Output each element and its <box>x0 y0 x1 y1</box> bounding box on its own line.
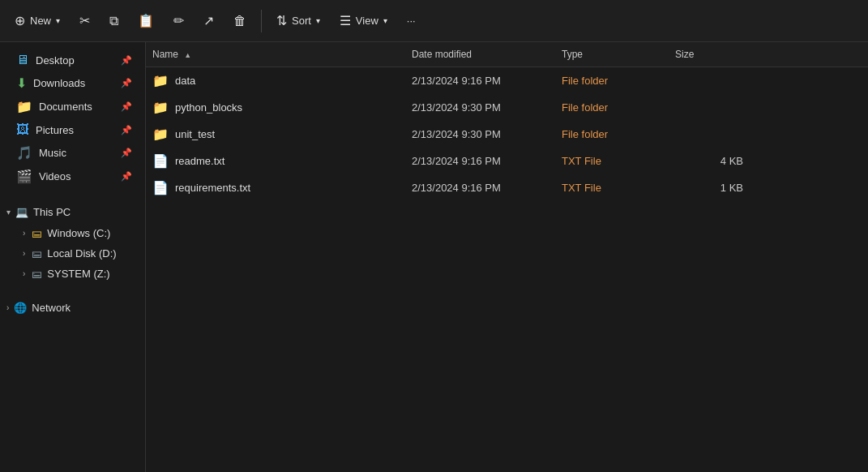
rename-button[interactable]: ✏ <box>165 8 192 33</box>
table-row[interactable]: 📁 data 2/13/2024 9:16 PM File folder <box>146 67 868 94</box>
new-label: New <box>30 15 51 27</box>
documents-icon: 📁 <box>16 99 32 114</box>
file-area: Name ▲ Date modified Type Size 📁 data <box>146 42 868 472</box>
sidebar-item-videos[interactable]: 🎬 Videos 📌 <box>3 165 142 188</box>
col-header-size[interactable]: Size <box>669 45 750 63</box>
file-name-label: requirements.txt <box>175 182 250 194</box>
table-row[interactable]: 📁 unit_test 2/13/2024 9:30 PM File folde… <box>146 121 868 148</box>
file-type-unit-test: File folder <box>555 125 669 144</box>
videos-icon: 🎬 <box>16 169 32 184</box>
table-row[interactable]: 📄 readme.txt 2/13/2024 9:16 PM TXT File … <box>146 148 868 174</box>
file-date-readme: 2/13/2024 9:16 PM <box>405 152 555 170</box>
new-icon: ⊕ <box>15 13 25 28</box>
sidebar-label-downloads: Downloads <box>33 77 85 89</box>
txt-file-icon: 📄 <box>152 180 169 195</box>
col-header-name[interactable]: Name ▲ <box>146 45 405 63</box>
network-chevron-icon: › <box>6 303 9 312</box>
view-button[interactable]: ☰ View ▾ <box>331 8 396 33</box>
more-button[interactable]: ··· <box>399 10 424 32</box>
sort-icon: ⇅ <box>276 13 287 28</box>
file-date-data: 2/13/2024 9:16 PM <box>405 71 555 90</box>
file-name-unit-test: 📁 unit_test <box>146 123 405 145</box>
table-row[interactable]: 📁 python_blocks 2/13/2024 9:30 PM File f… <box>146 94 868 121</box>
sort-chevron-icon: ▾ <box>316 16 320 25</box>
share-button[interactable]: ↗ <box>195 8 222 33</box>
sidebar-item-downloads[interactable]: ⬇ Downloads 📌 <box>3 71 142 95</box>
sidebar-item-local-disk-d[interactable]: › 🖴 Local Disk (D:) <box>3 243 142 264</box>
sidebar-label-pictures: Pictures <box>36 124 74 136</box>
delete-icon: 🗑 <box>233 14 246 28</box>
paste-button[interactable]: 📋 <box>130 8 162 33</box>
cut-icon: ✂ <box>79 13 90 28</box>
sidebar-group-thispc[interactable]: ▾ 💻 This PC <box>3 201 142 223</box>
rename-icon: ✏ <box>173 13 184 28</box>
windows-c-icon: 🖴 <box>32 227 42 239</box>
main-area: 🖥 Desktop 📌 ⬇ Downloads 📌 📁 Documents 📌 … <box>0 42 868 472</box>
sidebar-group-network[interactable]: › 🌐 Network <box>3 297 142 319</box>
cut-button[interactable]: ✂ <box>71 8 98 33</box>
pin-icon-videos: 📌 <box>121 171 132 182</box>
pin-icon-downloads: 📌 <box>121 78 132 88</box>
view-icon: ☰ <box>340 13 351 28</box>
file-name-python-blocks: 📁 python_blocks <box>146 97 405 118</box>
copy-button[interactable]: ⧉ <box>101 9 126 33</box>
system-z-chevron-icon: › <box>23 269 25 278</box>
file-size-python-blocks <box>669 105 750 111</box>
local-disk-d-chevron-icon: › <box>23 249 25 258</box>
sidebar-item-system-z[interactable]: › 🖴 SYSTEM (Z:) <box>3 264 142 284</box>
file-date-unit-test: 2/13/2024 9:30 PM <box>405 125 555 144</box>
local-disk-d-icon: 🖴 <box>32 247 42 260</box>
pin-icon-desktop: 📌 <box>121 55 132 66</box>
more-label: ··· <box>407 15 416 27</box>
file-size-unit-test <box>669 131 750 138</box>
file-name-data: 📁 data <box>146 70 405 92</box>
col-size-label: Size <box>675 49 694 60</box>
thispc-chevron-icon: ▾ <box>6 208 11 217</box>
sidebar-label-windows-c: Windows (C:) <box>47 227 110 239</box>
pin-icon-documents: 📌 <box>121 101 132 112</box>
file-type-python-blocks: File folder <box>555 98 669 117</box>
col-name-sort-icon: ▲ <box>184 51 191 59</box>
sidebar-spacer-1 <box>0 188 145 201</box>
sort-button[interactable]: ⇅ Sort ▾ <box>268 8 328 33</box>
view-chevron-icon: ▾ <box>383 16 387 25</box>
file-date-requirements: 2/13/2024 9:16 PM <box>405 178 555 197</box>
col-date-label: Date modified <box>412 49 472 60</box>
thispc-icon: 💻 <box>15 206 28 218</box>
sidebar-item-documents[interactable]: 📁 Documents 📌 <box>3 95 142 118</box>
view-label: View <box>356 15 378 27</box>
sidebar-label-network: Network <box>32 302 71 314</box>
music-icon: 🎵 <box>16 145 32 161</box>
column-headers: Name ▲ Date modified Type Size <box>146 42 868 67</box>
downloads-icon: ⬇ <box>16 75 27 91</box>
file-name-requirements: 📄 requirements.txt <box>146 177 405 199</box>
file-name-label: python_blocks <box>175 101 242 114</box>
file-date-python-blocks: 2/13/2024 9:30 PM <box>405 98 555 117</box>
toolbar: ⊕ New ▾ ✂ ⧉ 📋 ✏ ↗ 🗑 ⇅ Sort ▾ ☰ View ▾ ··… <box>0 0 868 42</box>
file-list: 📁 data 2/13/2024 9:16 PM File folder 📁 p… <box>146 67 868 472</box>
sidebar-item-music[interactable]: 🎵 Music 📌 <box>3 141 142 165</box>
sidebar-item-pictures[interactable]: 🖼 Pictures 📌 <box>3 118 142 141</box>
network-icon: 🌐 <box>14 302 27 314</box>
file-name-readme: 📄 readme.txt <box>146 150 405 172</box>
sidebar-label-local-disk-d: Local Disk (D:) <box>47 247 116 260</box>
file-size-readme: 4 KB <box>669 152 750 170</box>
new-chevron-icon: ▾ <box>56 16 60 25</box>
table-row[interactable]: 📄 requirements.txt 2/13/2024 9:16 PM TXT… <box>146 174 868 201</box>
system-z-icon: 🖴 <box>32 268 42 280</box>
sidebar-item-windows-c[interactable]: › 🖴 Windows (C:) <box>3 223 142 243</box>
sidebar-item-desktop[interactable]: 🖥 Desktop 📌 <box>3 49 142 71</box>
delete-button[interactable]: 🗑 <box>225 9 254 33</box>
file-size-data <box>669 78 750 84</box>
col-type-label: Type <box>562 49 583 60</box>
copy-icon: ⧉ <box>109 14 118 28</box>
new-button[interactable]: ⊕ New ▾ <box>6 8 68 33</box>
folder-icon: 📁 <box>152 73 169 88</box>
col-header-type[interactable]: Type <box>555 45 669 63</box>
file-type-readme: TXT File <box>555 152 669 170</box>
col-name-label: Name <box>152 49 178 60</box>
col-header-date[interactable]: Date modified <box>405 45 555 63</box>
file-name-label: readme.txt <box>175 155 224 167</box>
sidebar-label-music: Music <box>39 147 66 159</box>
txt-file-icon: 📄 <box>152 153 169 169</box>
